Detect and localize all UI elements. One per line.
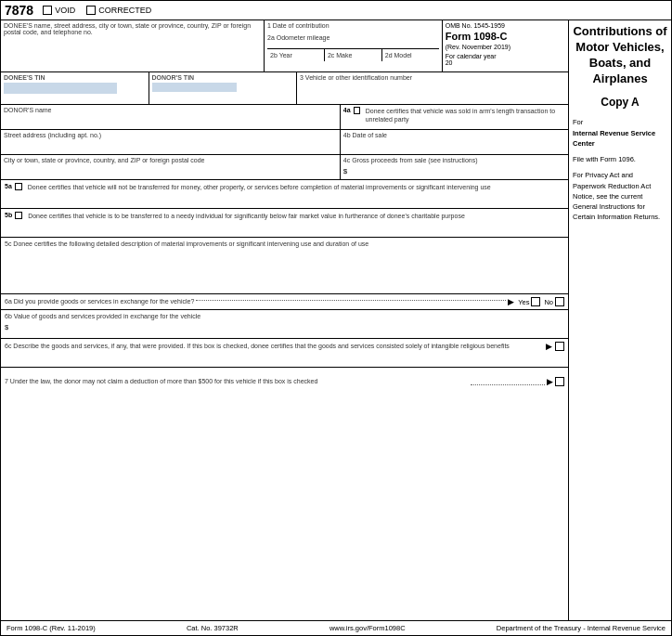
q6a-text: 6a Did you provide goods or services in …	[5, 298, 194, 305]
no-box[interactable]: No	[544, 297, 564, 306]
donee-name-cell: DONEE'S name, street address, city or to…	[1, 20, 265, 71]
omb-year: 20	[446, 59, 565, 66]
footer-form-label: Form 1098-C (Rev. 11-2019)	[6, 624, 96, 632]
vehicle-id-label: 3 Vehicle or other identification number	[300, 74, 565, 81]
date-sale-label: 4b Date of sale	[343, 132, 565, 138]
arrow-7: ▶	[547, 377, 553, 386]
odometer-label: 2a Odometer mileage	[267, 34, 439, 41]
form-number: 7878	[5, 3, 33, 18]
footer-website: www.irs.gov/Form1098C	[330, 624, 406, 632]
row-6c: 6c Describe the goods and services, if a…	[1, 339, 568, 368]
date-contribution-cell: 1 Date of contribution 2a Odometer milea…	[265, 20, 443, 71]
privacy-text: For Privacy Act and Paperwork Reduction …	[573, 170, 667, 222]
city-label: City or town, state or province, country…	[4, 157, 337, 163]
q7-cell: 7 Under the law, the donor may not claim…	[1, 368, 568, 396]
q6b-cell: 6b Value of goods and services provided …	[1, 310, 568, 338]
q6c-checkbox[interactable]	[555, 342, 564, 351]
no-checkbox[interactable]	[555, 297, 564, 306]
donee-name-content	[4, 36, 261, 47]
void-box[interactable]: VOID	[43, 6, 75, 15]
cert-4a-text: Donee certifies that vehicle was sold in…	[366, 107, 565, 123]
donee-tin-field[interactable]	[4, 83, 117, 94]
street-label: Street address (including apt. no.)	[4, 132, 337, 138]
row-6b: 6b Value of goods and services provided …	[1, 310, 568, 339]
cert-4a-checkbox[interactable]	[354, 107, 360, 114]
date-contribution-label: 1 Date of contribution	[267, 22, 439, 29]
form-header: 7878 VOID CORRECTED	[1, 1, 671, 20]
cert-5a-checkbox[interactable]	[15, 183, 22, 190]
form-title: Contributions of Motor Vehicles, Boats, …	[573, 24, 667, 87]
cert-4a-label: 4a	[343, 107, 351, 113]
arrow-6c: ▶	[546, 342, 552, 351]
row-5c: 5c Donee certifies the following detaile…	[1, 238, 568, 294]
file-label: File with Form 1096.	[573, 154, 667, 164]
void-label: VOID	[55, 6, 75, 15]
donor-tin-cell: DONOR'S TIN	[149, 72, 298, 104]
footer-rev: (Rev. 11-2019)	[49, 624, 95, 632]
dots-6a	[196, 300, 506, 304]
cert-5b-checkbox[interactable]	[15, 212, 22, 219]
cert-5c-text: 5c Donee certifies the following detaile…	[5, 240, 564, 247]
right-panel: Contributions of Motor Vehicles, Boats, …	[569, 20, 671, 620]
footer-dept: Department of the Treasury - Internal Re…	[497, 624, 666, 632]
omb-number: OMB No. 1545-1959	[446, 22, 565, 29]
q7-checkbox[interactable]	[555, 377, 564, 386]
row-7: 7 Under the law, the donor may not claim…	[1, 368, 568, 396]
cert-5c-cell: 5c Donee certifies the following detaile…	[1, 238, 568, 293]
corrected-label: CORRECTED	[98, 6, 151, 15]
cert-5a-label: 5a	[5, 183, 12, 189]
donor-name-cell: DONOR'S name	[1, 105, 341, 129]
date-sale-cell: 4b Date of sale	[341, 130, 568, 154]
year-subcell: 2b Year	[267, 49, 325, 61]
make-label: 2c Make	[328, 52, 352, 58]
cert-5a-cell: 5a Donee certifies that vehicle will not…	[1, 180, 568, 208]
cert-5b-text: Donee certifies that vehicle is to be tr…	[28, 212, 465, 221]
cert-5b-label: 5b	[5, 212, 12, 218]
donor-tin-label: DONOR'S TIN	[152, 74, 294, 81]
q6c-cell: 6c Describe the goods and services, if a…	[1, 339, 568, 367]
corrected-box[interactable]: CORRECTED	[86, 6, 151, 15]
q6b-dollar: $	[5, 323, 564, 331]
donee-tin-label: DONEE'S TIN	[4, 74, 146, 81]
corrected-checkbox[interactable]	[86, 6, 96, 15]
street-cell: Street address (including apt. no.)	[1, 130, 341, 154]
arrow-6a: ▶	[508, 297, 514, 306]
omb-cell: OMB No. 1545-1959 Form 1098-C (Rev. Nove…	[443, 20, 568, 71]
form-area: DONEE'S name, street address, city or to…	[1, 20, 569, 620]
form-page: 7878 VOID CORRECTED DONEE'S name, street…	[0, 0, 672, 636]
gross-proceeds-label: 4c Gross proceeds from sale (see instruc…	[343, 157, 565, 163]
right-section: For Internal Revenue Service Center File…	[573, 117, 667, 222]
yes-no-area: Yes No	[518, 297, 564, 306]
row-5b: 5b Donee certifies that vehicle is to be…	[1, 209, 568, 238]
dot-line-6a	[196, 300, 506, 301]
service-label: Internal Revenue Service Center	[573, 128, 667, 149]
footer-form: Form 1098-C	[6, 624, 47, 632]
make-subcell: 2c Make	[325, 49, 382, 61]
model-label: 2d Model	[385, 52, 412, 58]
row-donor-name: DONOR'S name 4a Donee certifies that veh…	[1, 105, 568, 130]
copy-a-label: Copy A	[573, 95, 667, 110]
yes-box[interactable]: Yes	[518, 297, 540, 306]
city-cell: City or town, state or province, country…	[1, 155, 341, 179]
omb-cal-label: For calendar year	[446, 53, 565, 59]
void-checkbox[interactable]	[43, 6, 52, 15]
omb-form: Form 1098-C	[446, 31, 565, 42]
gross-proceeds-cell: 4c Gross proceeds from sale (see instruc…	[341, 155, 568, 179]
q6c-text: 6c Describe the goods and services, if a…	[5, 342, 539, 351]
row-city: City or town, state or province, country…	[1, 155, 568, 180]
footer-cat: Cat. No. 39732R	[187, 624, 239, 632]
cert-5b-cell: 5b Donee certifies that vehicle is to be…	[1, 209, 568, 237]
row-6a: 6a Did you provide goods or services in …	[1, 294, 568, 310]
donor-tin-field[interactable]	[152, 83, 238, 92]
q7-text: 7 Under the law, the donor may not claim…	[5, 378, 464, 384]
vehicle-id-cell: 3 Vehicle or other identification number	[297, 72, 568, 104]
row-street: Street address (including apt. no.) 4b D…	[1, 130, 568, 155]
yes-checkbox[interactable]	[531, 297, 540, 306]
model-subcell: 2d Model	[382, 49, 439, 61]
row-5a: 5a Donee certifies that vehicle will not…	[1, 180, 568, 209]
yes-label: Yes	[518, 298, 529, 306]
form-footer: Form 1098-C (Rev. 11-2019) Cat. No. 3973…	[1, 620, 671, 635]
donee-tin-cell: DONEE'S TIN	[1, 72, 149, 104]
omb-rev: (Rev. November 2019)	[446, 44, 565, 50]
row-1: DONEE'S name, street address, city or to…	[1, 20, 568, 72]
